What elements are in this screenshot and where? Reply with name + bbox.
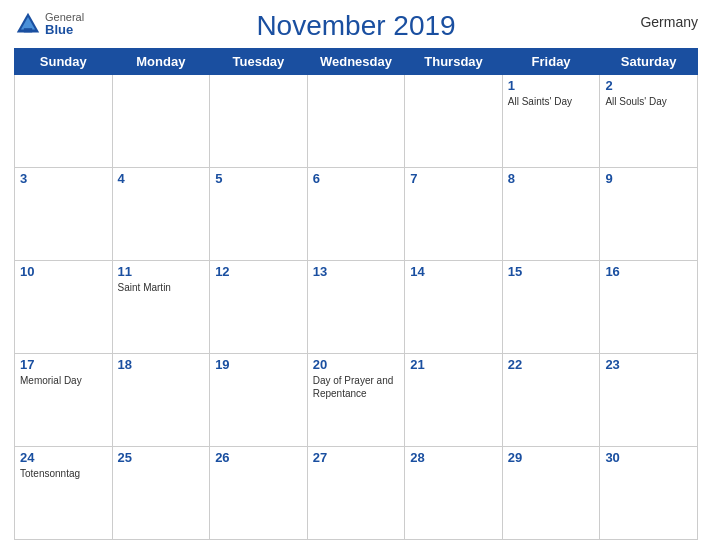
weekday-header: Thursday [405, 49, 503, 75]
svg-rect-2 [24, 28, 32, 32]
calendar-week-row: 1011Saint Martin1213141516 [15, 261, 698, 354]
day-number: 9 [605, 171, 692, 186]
day-event: Memorial Day [20, 374, 107, 387]
day-number: 23 [605, 357, 692, 372]
day-number: 1 [508, 78, 595, 93]
day-number: 26 [215, 450, 302, 465]
calendar-cell: 22 [502, 354, 600, 447]
day-number: 28 [410, 450, 497, 465]
day-number: 7 [410, 171, 497, 186]
calendar-cell: 6 [307, 168, 405, 261]
calendar-country: Germany [640, 14, 698, 30]
calendar-cell: 26 [210, 447, 308, 540]
calendar-title: November 2019 [256, 10, 455, 42]
calendar-week-row: 17Memorial Day181920Day of Prayer and Re… [15, 354, 698, 447]
calendar-cell: 28 [405, 447, 503, 540]
calendar-cell: 17Memorial Day [15, 354, 113, 447]
calendar-cell: 20Day of Prayer and Repentance [307, 354, 405, 447]
day-event: Saint Martin [118, 281, 205, 294]
day-number: 12 [215, 264, 302, 279]
calendar-header: General Blue November 2019 Germany [14, 10, 698, 42]
calendar-cell: 25 [112, 447, 210, 540]
calendar-cell: 1All Saints' Day [502, 75, 600, 168]
day-number: 24 [20, 450, 107, 465]
calendar-cell [15, 75, 113, 168]
day-number: 8 [508, 171, 595, 186]
day-number: 3 [20, 171, 107, 186]
day-number: 20 [313, 357, 400, 372]
calendar-cell: 7 [405, 168, 503, 261]
day-event: Totensonntag [20, 467, 107, 480]
logo-icon [14, 10, 42, 38]
day-number: 10 [20, 264, 107, 279]
day-number: 29 [508, 450, 595, 465]
day-number: 22 [508, 357, 595, 372]
day-event: All Saints' Day [508, 95, 595, 108]
logo-blue: Blue [45, 23, 84, 36]
weekday-header: Friday [502, 49, 600, 75]
calendar-week-row: 24Totensonntag252627282930 [15, 447, 698, 540]
day-number: 17 [20, 357, 107, 372]
calendar-cell [405, 75, 503, 168]
calendar-week-row: 1All Saints' Day2All Souls' Day [15, 75, 698, 168]
calendar-body: 1All Saints' Day2All Souls' Day345678910… [15, 75, 698, 540]
day-number: 11 [118, 264, 205, 279]
logo-text: General Blue [45, 12, 84, 36]
calendar-header-row: SundayMondayTuesdayWednesdayThursdayFrid… [15, 49, 698, 75]
day-number: 16 [605, 264, 692, 279]
day-number: 19 [215, 357, 302, 372]
calendar-cell [210, 75, 308, 168]
calendar-cell: 8 [502, 168, 600, 261]
day-number: 21 [410, 357, 497, 372]
calendar-cell: 11Saint Martin [112, 261, 210, 354]
calendar-cell: 12 [210, 261, 308, 354]
day-event: Day of Prayer and Repentance [313, 374, 400, 400]
day-number: 18 [118, 357, 205, 372]
calendar-cell: 30 [600, 447, 698, 540]
calendar-cell: 4 [112, 168, 210, 261]
day-number: 27 [313, 450, 400, 465]
day-number: 5 [215, 171, 302, 186]
calendar-cell [112, 75, 210, 168]
calendar-cell: 24Totensonntag [15, 447, 113, 540]
day-number: 25 [118, 450, 205, 465]
day-number: 2 [605, 78, 692, 93]
day-number: 13 [313, 264, 400, 279]
calendar-cell: 19 [210, 354, 308, 447]
calendar-wrapper: General Blue November 2019 Germany Sunda… [0, 0, 712, 550]
calendar-cell [307, 75, 405, 168]
calendar-cell: 5 [210, 168, 308, 261]
day-event: All Souls' Day [605, 95, 692, 108]
weekday-header: Monday [112, 49, 210, 75]
calendar-cell: 3 [15, 168, 113, 261]
calendar-cell: 9 [600, 168, 698, 261]
weekday-header: Tuesday [210, 49, 308, 75]
calendar-cell: 10 [15, 261, 113, 354]
calendar-cell: 2All Souls' Day [600, 75, 698, 168]
weekday-header: Wednesday [307, 49, 405, 75]
calendar-cell: 27 [307, 447, 405, 540]
calendar-cell: 16 [600, 261, 698, 354]
calendar-cell: 23 [600, 354, 698, 447]
calendar-cell: 14 [405, 261, 503, 354]
calendar-cell: 21 [405, 354, 503, 447]
calendar-cell: 13 [307, 261, 405, 354]
weekday-header: Sunday [15, 49, 113, 75]
day-number: 6 [313, 171, 400, 186]
calendar-cell: 15 [502, 261, 600, 354]
day-number: 30 [605, 450, 692, 465]
day-number: 14 [410, 264, 497, 279]
day-number: 15 [508, 264, 595, 279]
calendar-cell: 29 [502, 447, 600, 540]
logo: General Blue [14, 10, 84, 38]
calendar-table: SundayMondayTuesdayWednesdayThursdayFrid… [14, 48, 698, 540]
calendar-cell: 18 [112, 354, 210, 447]
weekday-header: Saturday [600, 49, 698, 75]
calendar-week-row: 3456789 [15, 168, 698, 261]
weekday-row: SundayMondayTuesdayWednesdayThursdayFrid… [15, 49, 698, 75]
day-number: 4 [118, 171, 205, 186]
